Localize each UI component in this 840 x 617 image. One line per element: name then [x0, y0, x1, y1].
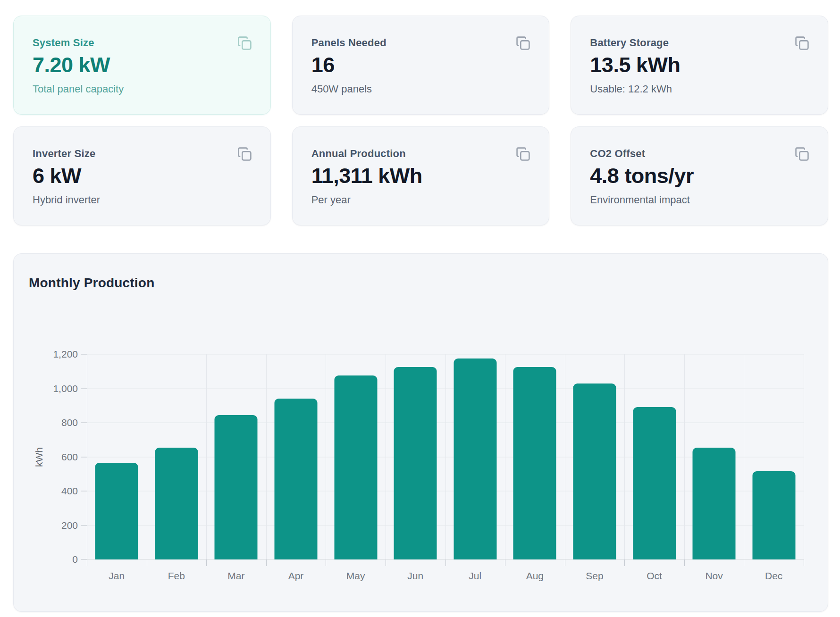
card-label: Annual Production [311, 148, 530, 160]
x-tick [804, 559, 804, 566]
bar-jul [454, 359, 496, 559]
card-value: 4.8 tons/yr [590, 164, 809, 188]
v-gridline [386, 354, 386, 559]
x-tick [326, 559, 326, 566]
v-gridline [684, 354, 685, 559]
card-value: 11,311 kWh [311, 164, 530, 188]
bar-jan [95, 463, 138, 559]
plot-area: kWh 02004006008001,0001,200JanFebMarAprM… [87, 354, 804, 559]
y-tick [81, 491, 87, 492]
card-label: CO2 Offset [590, 148, 809, 160]
stat-card-co2-offset: CO2 Offset 4.8 tons/yr Environmental imp… [571, 126, 828, 225]
y-tick [81, 525, 87, 525]
v-gridline [147, 354, 147, 559]
x-tick [744, 559, 744, 566]
card-value: 13.5 kWh [590, 53, 809, 77]
y-tick-label: 600 [61, 451, 78, 463]
x-tick [87, 559, 87, 566]
card-subtext: Usable: 12.2 kWh [590, 83, 809, 95]
x-tick-label: Mar [227, 570, 244, 582]
copy-icon [795, 147, 811, 161]
bar-mar [215, 415, 258, 559]
bar-may [334, 375, 377, 559]
v-gridline [804, 354, 804, 559]
v-gridline [624, 354, 625, 559]
solar-dashboard: System Size 7.20 kW Total panel capacity… [0, 0, 840, 612]
bar-apr [275, 399, 318, 559]
stat-cards-grid: System Size 7.20 kW Total panel capacity… [13, 16, 828, 225]
y-tick-label: 1,000 [53, 383, 78, 394]
copy-button[interactable] [795, 146, 811, 162]
x-tick [505, 559, 505, 566]
copy-icon [237, 147, 253, 161]
bar-dec [752, 471, 795, 559]
stat-card-battery-storage: Battery Storage 13.5 kWh Usable: 12.2 kW… [571, 16, 828, 115]
card-subtext: Hybrid inverter [33, 194, 252, 206]
y-tick-label: 0 [72, 554, 78, 565]
v-gridline [565, 354, 565, 559]
bar-nov [693, 448, 736, 559]
v-gridline [505, 354, 505, 559]
v-gridline [266, 354, 267, 559]
y-tick-label: 400 [61, 485, 78, 497]
copy-button[interactable] [516, 146, 532, 162]
card-value: 6 kW [33, 164, 252, 188]
bar-aug [513, 367, 556, 559]
card-label: Inverter Size [33, 148, 252, 160]
bar-feb [155, 448, 198, 559]
x-tick [386, 559, 386, 566]
copy-button[interactable] [516, 35, 532, 51]
x-tick-label: May [346, 570, 365, 582]
stat-card-annual-production: Annual Production 11,311 kWh Per year [292, 126, 550, 225]
copy-button[interactable] [795, 35, 811, 51]
v-gridline [744, 354, 744, 559]
card-value: 16 [311, 53, 530, 77]
y-axis-line [87, 354, 87, 559]
copy-icon [795, 36, 811, 50]
card-subtext: Environmental impact [590, 194, 809, 206]
card-label: Panels Needed [311, 37, 530, 49]
x-tick [147, 559, 147, 566]
y-tick-label: 800 [61, 417, 78, 428]
x-tick-label: Aug [526, 570, 544, 582]
v-gridline [445, 354, 446, 559]
bar-jun [394, 367, 437, 559]
x-tick [445, 559, 446, 566]
copy-icon [237, 36, 253, 50]
v-gridline [326, 354, 326, 559]
v-gridline [206, 354, 207, 559]
card-subtext: Per year [311, 194, 530, 206]
stat-card-panels-needed: Panels Needed 16 450W panels [292, 16, 550, 115]
stat-card-system-size: System Size 7.20 kW Total panel capacity [13, 16, 271, 115]
x-tick [266, 559, 267, 566]
copy-button[interactable] [237, 35, 253, 51]
x-tick-label: Jan [109, 570, 125, 582]
y-tick-label: 1,200 [53, 349, 78, 360]
y-tick [81, 354, 87, 355]
y-tick [81, 388, 87, 389]
x-tick [624, 559, 625, 566]
card-label: System Size [33, 37, 252, 49]
x-tick-label: Jun [407, 570, 423, 582]
card-subtext: 450W panels [311, 83, 530, 95]
y-tick [81, 559, 87, 560]
x-tick-label: Feb [168, 570, 185, 582]
copy-button[interactable] [237, 146, 253, 162]
x-tick-label: Dec [765, 570, 782, 582]
copy-icon [516, 36, 532, 50]
x-tick-label: Oct [647, 570, 662, 582]
x-tick-label: Apr [288, 570, 304, 582]
x-tick [684, 559, 685, 566]
y-tick [81, 423, 87, 423]
x-tick-label: Nov [705, 570, 722, 582]
stat-card-inverter-size: Inverter Size 6 kW Hybrid inverter [13, 126, 271, 225]
card-value: 7.20 kW [33, 53, 252, 77]
chart-title: Monthly Production [29, 275, 828, 291]
x-tick [565, 559, 565, 566]
bar-oct [633, 407, 676, 559]
y-tick-label: 200 [61, 520, 78, 531]
copy-icon [516, 147, 532, 161]
card-subtext: Total panel capacity [33, 83, 252, 95]
y-tick [81, 457, 87, 457]
card-label: Battery Storage [590, 37, 809, 49]
